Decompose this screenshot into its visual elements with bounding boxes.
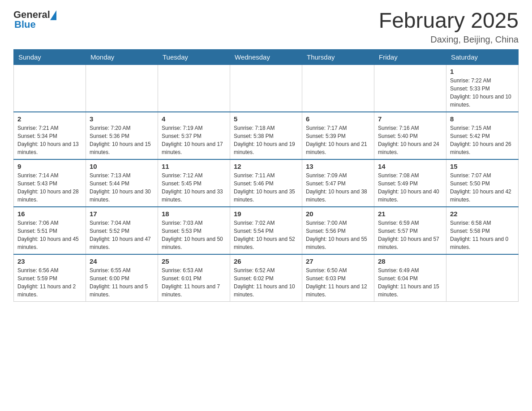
calendar-day-cell: 27Sunrise: 6:50 AMSunset: 6:03 PMDayligh… [302,254,374,302]
weekday-header-row: SundayMondayTuesdayWednesdayThursdayFrid… [14,49,519,64]
day-info: Sunrise: 7:20 AMSunset: 5:36 PMDaylight:… [90,124,154,156]
calendar-day-cell: 22Sunrise: 6:58 AMSunset: 5:58 PMDayligh… [446,207,519,254]
calendar-day-cell: 13Sunrise: 7:09 AMSunset: 5:47 PMDayligh… [302,159,374,207]
day-info: Sunrise: 7:16 AMSunset: 5:40 PMDaylight:… [378,124,442,156]
calendar-day-cell [14,64,86,112]
day-number: 1 [450,68,515,75]
day-number: 2 [17,115,82,123]
day-info: Sunrise: 7:00 AMSunset: 5:56 PMDaylight:… [306,219,370,251]
day-info: Sunrise: 7:07 AMSunset: 5:50 PMDaylight:… [450,171,515,204]
day-number: 27 [306,257,370,265]
weekday-header-monday: Monday [86,49,158,64]
day-info: Sunrise: 6:56 AMSunset: 5:59 PMDaylight:… [17,266,82,299]
calendar-day-cell: 12Sunrise: 7:11 AMSunset: 5:46 PMDayligh… [230,159,302,207]
day-info: Sunrise: 6:53 AMSunset: 6:01 PMDaylight:… [162,266,226,299]
weekday-header-sunday: Sunday [14,49,86,64]
day-number: 24 [90,257,154,265]
day-info: Sunrise: 7:15 AMSunset: 5:42 PMDaylight:… [450,124,515,156]
logo-blue-text: Blue [14,19,36,30]
calendar-day-cell [158,64,230,112]
day-number: 5 [234,115,298,123]
day-number: 19 [234,210,298,218]
day-info: Sunrise: 7:09 AMSunset: 5:47 PMDaylight:… [306,171,370,204]
calendar-day-cell: 6Sunrise: 7:17 AMSunset: 5:39 PMDaylight… [302,112,374,159]
day-info: Sunrise: 6:59 AMSunset: 5:57 PMDaylight:… [378,219,442,251]
day-number: 28 [378,257,442,265]
calendar-day-cell: 5Sunrise: 7:18 AMSunset: 5:38 PMDaylight… [230,112,302,159]
day-number: 26 [234,257,298,265]
calendar-day-cell: 9Sunrise: 7:14 AMSunset: 5:43 PMDaylight… [14,159,86,207]
calendar-day-cell: 14Sunrise: 7:08 AMSunset: 5:49 PMDayligh… [374,159,446,207]
logo-triangle-icon [50,10,56,20]
calendar-week-row: 16Sunrise: 7:06 AMSunset: 5:51 PMDayligh… [14,207,519,254]
day-info: Sunrise: 6:49 AMSunset: 6:04 PMDaylight:… [378,266,442,299]
day-number: 7 [378,115,442,123]
day-info: Sunrise: 7:08 AMSunset: 5:49 PMDaylight:… [378,171,442,204]
calendar-day-cell: 2Sunrise: 7:21 AMSunset: 5:34 PMDaylight… [14,112,86,159]
calendar-week-row: 23Sunrise: 6:56 AMSunset: 5:59 PMDayligh… [14,254,519,302]
day-number: 9 [17,163,82,170]
calendar-day-cell: 16Sunrise: 7:06 AMSunset: 5:51 PMDayligh… [14,207,86,254]
day-info: Sunrise: 6:55 AMSunset: 6:00 PMDaylight:… [90,266,154,299]
day-info: Sunrise: 7:06 AMSunset: 5:51 PMDaylight:… [17,219,82,251]
calendar-day-cell [446,254,519,302]
month-title: February 2025 [379,9,519,33]
calendar-day-cell: 25Sunrise: 6:53 AMSunset: 6:01 PMDayligh… [158,254,230,302]
calendar-day-cell: 20Sunrise: 7:00 AMSunset: 5:56 PMDayligh… [302,207,374,254]
day-number: 17 [90,210,154,218]
day-info: Sunrise: 7:04 AMSunset: 5:52 PMDaylight:… [90,219,154,251]
day-info: Sunrise: 6:52 AMSunset: 6:02 PMDaylight:… [234,266,298,299]
day-number: 23 [17,257,82,265]
calendar-day-cell: 1Sunrise: 7:22 AMSunset: 5:33 PMDaylight… [446,64,519,112]
day-info: Sunrise: 7:13 AMSunset: 5:44 PMDaylight:… [90,171,154,204]
day-info: Sunrise: 7:21 AMSunset: 5:34 PMDaylight:… [17,124,82,156]
day-info: Sunrise: 6:58 AMSunset: 5:58 PMDaylight:… [450,219,515,251]
day-info: Sunrise: 7:17 AMSunset: 5:39 PMDaylight:… [306,124,370,156]
calendar-day-cell [86,64,158,112]
day-info: Sunrise: 7:11 AMSunset: 5:46 PMDaylight:… [234,171,298,204]
day-number: 4 [162,115,226,123]
day-number: 10 [90,163,154,170]
calendar-table: SundayMondayTuesdayWednesdayThursdayFrid… [13,49,519,302]
day-number: 3 [90,115,154,123]
weekday-header-thursday: Thursday [302,49,374,64]
day-number: 14 [378,163,442,170]
calendar-week-row: 2Sunrise: 7:21 AMSunset: 5:34 PMDaylight… [14,112,519,159]
weekday-header-friday: Friday [374,49,446,64]
calendar-day-cell: 18Sunrise: 7:03 AMSunset: 5:53 PMDayligh… [158,207,230,254]
day-number: 12 [234,163,298,170]
calendar-day-cell: 19Sunrise: 7:02 AMSunset: 5:54 PMDayligh… [230,207,302,254]
day-number: 16 [17,210,82,218]
calendar-day-cell: 15Sunrise: 7:07 AMSunset: 5:50 PMDayligh… [446,159,519,207]
calendar-day-cell: 8Sunrise: 7:15 AMSunset: 5:42 PMDaylight… [446,112,519,159]
day-info: Sunrise: 7:12 AMSunset: 5:45 PMDaylight:… [162,171,226,204]
calendar-week-row: 9Sunrise: 7:14 AMSunset: 5:43 PMDaylight… [14,159,519,207]
calendar-day-cell [230,64,302,112]
day-info: Sunrise: 7:03 AMSunset: 5:53 PMDaylight:… [162,219,226,251]
day-info: Sunrise: 7:18 AMSunset: 5:38 PMDaylight:… [234,124,298,156]
calendar-day-cell [302,64,374,112]
calendar-week-row: 1Sunrise: 7:22 AMSunset: 5:33 PMDaylight… [14,64,519,112]
day-number: 21 [378,210,442,218]
title-block: February 2025 Daxing, Beijing, China [379,9,519,45]
day-info: Sunrise: 7:22 AMSunset: 5:33 PMDaylight:… [450,77,515,109]
calendar-day-cell: 24Sunrise: 6:55 AMSunset: 6:00 PMDayligh… [86,254,158,302]
calendar-day-cell: 11Sunrise: 7:12 AMSunset: 5:45 PMDayligh… [158,159,230,207]
logo: General Blue [13,9,56,30]
calendar-day-cell: 4Sunrise: 7:19 AMSunset: 5:37 PMDaylight… [158,112,230,159]
location-title: Daxing, Beijing, China [379,34,519,45]
weekday-header-saturday: Saturday [446,49,519,64]
calendar-day-cell: 10Sunrise: 7:13 AMSunset: 5:44 PMDayligh… [86,159,158,207]
day-info: Sunrise: 6:50 AMSunset: 6:03 PMDaylight:… [306,266,370,299]
calendar-day-cell: 17Sunrise: 7:04 AMSunset: 5:52 PMDayligh… [86,207,158,254]
calendar-day-cell: 3Sunrise: 7:20 AMSunset: 5:36 PMDaylight… [86,112,158,159]
calendar-day-cell: 28Sunrise: 6:49 AMSunset: 6:04 PMDayligh… [374,254,446,302]
day-info: Sunrise: 7:02 AMSunset: 5:54 PMDaylight:… [234,219,298,251]
day-number: 20 [306,210,370,218]
calendar-day-cell: 7Sunrise: 7:16 AMSunset: 5:40 PMDaylight… [374,112,446,159]
day-number: 11 [162,163,226,170]
day-number: 13 [306,163,370,170]
day-number: 22 [450,210,515,218]
day-number: 6 [306,115,370,123]
day-number: 15 [450,163,515,170]
